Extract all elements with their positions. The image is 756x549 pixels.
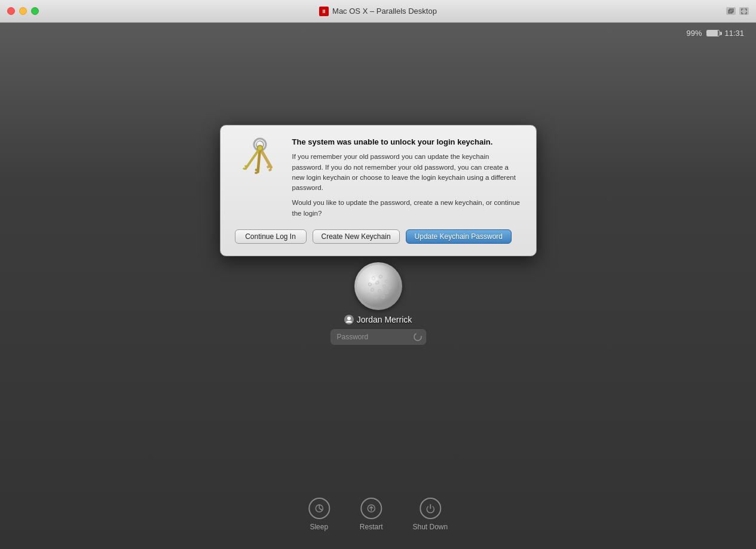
dialog-title: The system was unable to unlock your log… [292, 137, 522, 148]
create-keychain-button[interactable]: Create New Keychain [313, 229, 400, 244]
restart-icon [360, 498, 382, 519]
dialog-text-area: The system was unable to unlock your log… [292, 137, 522, 219]
battery-icon [706, 30, 720, 36]
battery-percent: 99% [686, 29, 702, 38]
title-text: Mac OS X – Parallels Desktop [332, 7, 437, 16]
title-bar-controls[interactable] [726, 7, 749, 15]
minimize-button[interactable] [19, 7, 27, 15]
update-keychain-button[interactable]: Update Keychain Password [406, 229, 512, 244]
title-bar: II Mac OS X – Parallels Desktop [0, 0, 756, 23]
shutdown-label: Shut Down [412, 523, 448, 531]
user-icon [344, 315, 354, 324]
sleep-icon [308, 498, 330, 519]
keychain-dialog: The system was unable to unlock your log… [220, 125, 537, 256]
window-title: II Mac OS X – Parallels Desktop [319, 7, 437, 16]
close-button[interactable] [7, 7, 15, 15]
clock: 11:31 [724, 29, 744, 38]
sleep-button[interactable]: Sleep [308, 498, 330, 531]
main-content: 99% 11:31 [0, 23, 756, 549]
password-input[interactable] [330, 329, 426, 345]
restore-button[interactable] [726, 7, 736, 15]
continue-login-button[interactable]: Continue Log In [235, 229, 307, 244]
user-section: Jordan Merrick [330, 262, 426, 345]
battery-body [706, 30, 720, 36]
username-text: Jordan Merrick [357, 315, 412, 324]
svg-point-33 [414, 333, 421, 341]
svg-point-17 [357, 265, 400, 308]
shutdown-button[interactable]: Shut Down [412, 498, 448, 531]
sleep-label: Sleep [310, 523, 328, 531]
restart-label: Restart [360, 523, 383, 531]
username-label: Jordan Merrick [344, 315, 412, 324]
password-field-wrap[interactable] [330, 329, 426, 345]
dialog-buttons: Continue Log In Create New Keychain Upda… [235, 229, 522, 244]
svg-line-36 [319, 508, 322, 510]
svg-line-4 [260, 148, 271, 167]
user-avatar[interactable] [354, 262, 402, 310]
spinner-icon [413, 332, 423, 342]
status-bar: 99% 11:31 [686, 29, 744, 38]
bottom-controls: Sleep Restart Shut Down [308, 498, 448, 531]
battery-fill [707, 30, 718, 36]
power-icon [420, 498, 441, 519]
restart-button[interactable]: Restart [360, 498, 383, 531]
keys-icon [235, 137, 283, 191]
dialog-body1: If you remember your old password you ca… [292, 152, 522, 193]
window-controls[interactable] [7, 7, 39, 15]
svg-rect-10 [255, 171, 258, 174]
maximize-button[interactable] [31, 7, 39, 15]
dialog-body2: Would you like to update the password, c… [292, 198, 522, 219]
svg-rect-9 [255, 168, 258, 171]
dialog-content: The system was unable to unlock your log… [235, 137, 522, 219]
fullscreen-button[interactable] [739, 7, 749, 15]
svg-point-32 [347, 317, 351, 320]
parallels-icon: II [319, 7, 329, 16]
